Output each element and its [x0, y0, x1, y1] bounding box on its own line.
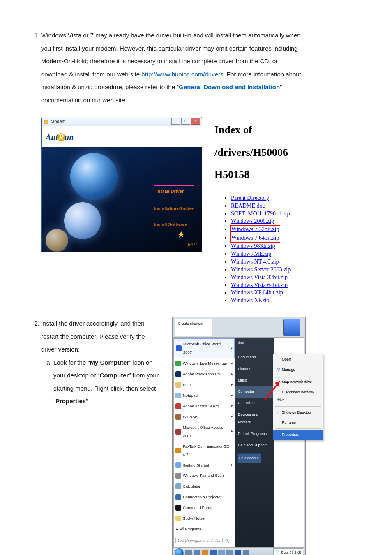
start-menu-right-item[interactable]: Help and Support	[235, 439, 274, 451]
start-menu-right-item[interactable]: Control Panel	[235, 398, 274, 409]
start-menu-program[interactable]: Calculator	[174, 481, 235, 492]
program-icon	[175, 382, 181, 388]
autorun-body: ★ Install Driver Installation Guides Ins…	[42, 147, 202, 252]
taskbar-icon[interactable]	[185, 550, 192, 555]
close-button[interactable]: ×	[191, 118, 200, 125]
context-menu-item[interactable]: Map network drive...	[273, 377, 323, 387]
computer-context-menu: Open🛡ManageMap network drive...Disconnec…	[273, 354, 323, 440]
directory-item: Windows Vista 64bit.zip	[231, 282, 306, 289]
taskbar-icon[interactable]	[235, 550, 241, 555]
taskbar-icon[interactable]	[218, 550, 225, 555]
program-icon	[175, 483, 181, 489]
program-icon	[175, 505, 181, 511]
start-menu-program[interactable]: FaxTalk Communicator SE 4.7	[174, 441, 235, 460]
start-menu-right-item[interactable]: Documents	[235, 352, 274, 363]
directory-link[interactable]: Windows 2000.zip	[231, 218, 274, 224]
taskbar-icon[interactable]	[243, 550, 249, 555]
driver-site-link[interactable]: http://www.hiroinc.com/drivers	[141, 71, 223, 78]
start-menu-program[interactable]: Notepad▸	[174, 390, 235, 401]
context-menu-label: Open	[282, 357, 291, 361]
program-label: Windows Live Messenger	[183, 359, 227, 368]
autorun-app-icon	[44, 120, 48, 124]
directory-heading: Index of /drivers/H50006 H50158	[214, 119, 306, 186]
minimize-button[interactable]: –	[171, 118, 180, 125]
autorun-exit[interactable]: EXIT	[188, 240, 198, 249]
start-menu-program[interactable]: Microsoft Office Word 2007▸	[174, 338, 235, 358]
step2a-t1: Look for the “	[53, 359, 90, 366]
context-menu-item[interactable]: Open	[273, 354, 323, 365]
directory-link[interactable]: SOFT_MOH_1790_1.zip	[231, 210, 290, 217]
directory-item: Windows Server 2003.zip	[231, 266, 306, 274]
context-menu-item[interactable]: ✓Show on Desktop	[273, 407, 323, 418]
search-icon: 🔍	[224, 536, 229, 545]
program-label: Microsoft Office Word 2007	[183, 340, 229, 356]
directory-item: Windows Vista 32bit.zip	[231, 274, 306, 282]
directory-link[interactable]: Windows NT 4.0.zip	[231, 259, 279, 265]
install-software-item[interactable]: Install Software	[154, 220, 194, 229]
program-icon	[176, 345, 182, 351]
context-menu-item[interactable]: Disconnect network drive...	[273, 387, 323, 405]
program-icon	[175, 473, 181, 479]
start-menu-program[interactable]: Adobe Photoshop CS3▸	[174, 369, 235, 379]
general-download-link[interactable]: General Download and Installation	[179, 83, 280, 90]
submenu-arrow-icon: ▸	[231, 428, 233, 435]
all-programs[interactable]: ▸All Programs	[174, 524, 235, 535]
context-menu-item[interactable]: Rename	[273, 418, 323, 428]
directory-link[interactable]: Windows 7 64bit.zip	[231, 235, 279, 241]
check-icon: ✓	[277, 409, 280, 416]
submenu-arrow-icon: ▸	[231, 413, 233, 420]
taskbar-icon[interactable]	[226, 550, 233, 555]
start-menu-right-item[interactable]: Devices and Printers	[235, 409, 274, 428]
context-menu-label: Disconnect network drive...	[277, 390, 314, 402]
context-menu-item[interactable]: 🛡Manage	[273, 365, 323, 375]
maximize-button[interactable]: □	[181, 118, 190, 125]
installation-guides-item[interactable]: Installation Guides	[154, 204, 194, 213]
submenu-arrow-icon: ▸	[231, 462, 233, 469]
start-menu-program[interactable]: Windows Fax and Scan	[174, 470, 235, 481]
start-menu-program[interactable]: Getting Started▸	[174, 460, 235, 471]
program-label: Microsoft Office Access 2007	[183, 423, 230, 440]
directory-link[interactable]: Windows ME.zip	[231, 251, 271, 257]
menu-separator	[275, 376, 321, 376]
directory-link[interactable]: Windows Vista 32bit.zip	[231, 274, 288, 280]
start-menu-right-item[interactable]: Default Programs	[235, 428, 274, 439]
context-menu-item[interactable]: Properties	[273, 430, 323, 440]
start-orb-icon[interactable]	[175, 548, 184, 555]
start-menu-program[interactable]: Connect to a Projector	[174, 492, 235, 502]
start-menu-left: Microsoft Office Word 2007▸Windows Live …	[174, 338, 235, 547]
start-menu-program[interactable]: Adobe Acrobat 9 Pro▸	[174, 401, 235, 412]
start-menu-program[interactable]: WinRAR▸	[174, 412, 235, 422]
start-menu-right: dan DocumentsPicturesMusicComputerContro…	[235, 338, 274, 547]
shutdown-button[interactable]: Shut down ▾	[237, 453, 261, 463]
context-menu-label: Properties	[282, 432, 299, 437]
taskbar-icon[interactable]	[194, 550, 200, 555]
menu-separator	[275, 428, 321, 429]
directory-item: Windows ME.zip	[231, 250, 306, 258]
directory-link[interactable]: Parent Directory	[231, 195, 269, 201]
directory-link[interactable]: Windows 7 32bit.zip	[231, 226, 279, 232]
autorun-window: Modem – □ × AutRun ★	[41, 117, 202, 252]
directory-link[interactable]: Windows Server 2003.zip	[231, 266, 291, 273]
start-menu-right-item[interactable]: Pictures	[235, 363, 274, 375]
directory-link[interactable]: Windows XP 64bit.zip	[231, 289, 283, 296]
program-icon	[175, 393, 181, 398]
start-menu-program[interactable]: Command Prompt	[174, 502, 235, 513]
directory-item: Parent Directory	[231, 194, 306, 202]
start-menu-right-item[interactable]: Computer	[235, 386, 274, 398]
directory-link[interactable]: Windows XP.zip	[231, 297, 270, 303]
install-driver-item[interactable]: Install Driver	[154, 185, 194, 197]
program-label: Adobe Acrobat 9 Pro	[183, 402, 219, 410]
directory-link[interactable]: Windows 98SE.zip	[231, 243, 275, 249]
start-menu-program[interactable]: Sticky Notes	[174, 513, 235, 524]
taskbar-icon[interactable]	[202, 550, 208, 555]
start-menu-program[interactable]: Microsoft Office Access 2007▸	[174, 422, 235, 441]
directory-item: SOFT_MOH_1790_1.zip	[231, 210, 306, 218]
directory-link[interactable]: Windows Vista 64bit.zip	[231, 282, 288, 288]
program-label: WinRAR	[183, 413, 198, 421]
start-menu-program[interactable]: Windows Live Messenger▸	[174, 358, 235, 369]
start-menu-right-item[interactable]: Music	[235, 375, 274, 386]
start-menu-program[interactable]: Paint▸	[174, 379, 235, 390]
taskbar-icon[interactable]	[210, 550, 217, 555]
directory-link[interactable]: README.doc	[231, 203, 265, 209]
search-input[interactable]	[175, 538, 223, 543]
